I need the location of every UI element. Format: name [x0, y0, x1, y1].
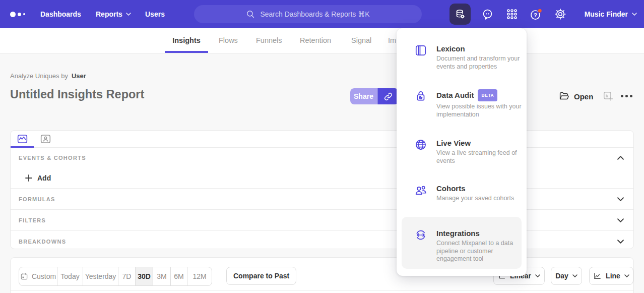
logo-dot [23, 13, 25, 15]
add-to-board-button[interactable] [603, 91, 614, 102]
range-today[interactable]: Today [57, 267, 83, 285]
apps-grid-icon [505, 8, 519, 21]
compare-to-past-button[interactable]: Compare to Past [226, 267, 296, 285]
feedback-icon [481, 8, 494, 21]
folder-open-icon [558, 91, 569, 102]
events-view-tab[interactable] [11, 131, 34, 147]
interval-label: Day [555, 272, 568, 280]
range-custom-label: Custom [32, 272, 56, 280]
chart-type-label: Line [606, 272, 620, 280]
menu-item-live-view[interactable]: Live View View a live streaming feed of … [397, 138, 527, 165]
live-view-title: Live View [436, 138, 523, 148]
tab-funnels[interactable]: Funnels [256, 28, 282, 53]
range-6m-label: 6M [174, 272, 183, 280]
range-custom[interactable]: Custom [19, 267, 57, 285]
nav-users[interactable]: Users [145, 0, 165, 28]
tab-impact[interactable]: Im [388, 28, 396, 53]
apps-menu-button[interactable] [505, 7, 519, 21]
chevron-up-icon[interactable] [617, 156, 624, 160]
tab-signal[interactable]: Signal [351, 28, 371, 53]
chevron-down-icon [572, 274, 577, 277]
add-to-board-icon [603, 91, 614, 102]
section-filters[interactable]: FILTERS [11, 210, 633, 231]
logo-dot [10, 12, 16, 17]
range-3m[interactable]: 3M [153, 267, 171, 285]
profiles-view-tab[interactable] [34, 131, 57, 147]
tab-retention[interactable]: Retention [300, 28, 331, 53]
section-breakdowns[interactable]: BREAKDOWNS [11, 231, 633, 249]
add-label: Add [37, 174, 51, 182]
cohorts-icon [414, 184, 427, 197]
search-input[interactable]: Search Dashboards & Reports ⌘K [194, 5, 422, 23]
data-governance-icon [454, 8, 466, 20]
menu-item-integrations[interactable]: Integrations Connect Mixpanel to a data … [397, 228, 527, 263]
chart-view-icon [17, 133, 28, 145]
notification-dot [538, 9, 542, 13]
lexicon-description: Document and transform your events and p… [436, 55, 523, 71]
range-12m[interactable]: 12M [187, 267, 212, 285]
menu-item-data-audit[interactable]: Data AuditBETA View possible issues with… [397, 89, 527, 119]
add-event-button[interactable]: Add [11, 167, 633, 189]
plus-icon [25, 174, 32, 182]
integrations-icon [414, 228, 427, 242]
tab-insights[interactable]: Insights [165, 28, 208, 53]
section-events-cohorts[interactable]: EVENTS & COHORTS [11, 148, 633, 167]
feedback-button[interactable] [481, 7, 495, 21]
section-formulas[interactable]: FORMULAS [11, 189, 633, 210]
tab-flows[interactable]: Flows [219, 28, 238, 53]
chart-type-dropdown[interactable]: Line [589, 267, 633, 285]
range-yesterday-label: Yesterday [85, 272, 116, 280]
chevron-down-icon[interactable] [617, 197, 624, 201]
data-audit-title-text: Data Audit [436, 91, 474, 99]
cohorts-title: Cohorts [436, 184, 523, 193]
apps-dropdown-panel: Lexicon Document and transform your even… [397, 28, 527, 276]
tab-signal-label: Signal [351, 36, 371, 44]
tab-insights-label: Insights [172, 36, 201, 44]
copy-link-button[interactable] [377, 88, 399, 104]
range-30d[interactable]: 30D [136, 267, 153, 285]
nav-reports[interactable]: Reports [96, 0, 131, 28]
subtitle-value[interactable]: User [72, 72, 86, 80]
range-yesterday[interactable]: Yesterday [83, 267, 118, 285]
mixpanel-logo[interactable] [10, 0, 25, 28]
data-governance-button[interactable] [449, 4, 471, 25]
subtitle-prefix: Analyze Uniques by [10, 72, 68, 80]
integrations-description: Connect Mixpanel to a data pipeline or c… [436, 240, 523, 263]
chevron-down-icon[interactable] [617, 218, 624, 222]
data-audit-title: Data AuditBETA [436, 89, 523, 101]
nav-dashboards[interactable]: Dashboards [40, 0, 81, 28]
chevron-down-icon [632, 13, 637, 16]
lexicon-icon [414, 44, 427, 57]
help-button[interactable]: ? [529, 7, 543, 21]
share-group: Share [350, 88, 399, 104]
navbar-right: ? Music Finder [449, 0, 637, 28]
data-audit-icon [414, 89, 427, 102]
tab-impact-label: Im [388, 36, 396, 44]
dot [630, 95, 632, 97]
project-switcher[interactable]: Music Finder [585, 10, 637, 18]
nav-users-label: Users [145, 10, 165, 18]
range-7d[interactable]: 7D [118, 267, 136, 285]
dot [621, 95, 623, 97]
chevron-down-icon [624, 274, 629, 277]
share-button[interactable]: Share [350, 88, 377, 104]
dot [625, 95, 628, 97]
search-placeholder: Search Dashboards & Reports ⌘K [260, 10, 369, 18]
more-options-button[interactable] [621, 95, 632, 97]
chevron-down-icon [535, 274, 540, 277]
cohorts-description: Manage your saved cohorts [436, 195, 523, 203]
menu-item-cohorts[interactable]: Cohorts Manage your saved cohorts [397, 184, 527, 203]
interval-dropdown[interactable]: Day [551, 267, 582, 285]
open-report-button[interactable]: Open [558, 88, 593, 104]
range-6m[interactable]: 6M [171, 267, 187, 285]
settings-button[interactable] [553, 7, 567, 21]
nav-dashboards-label: Dashboards [40, 10, 81, 18]
beta-badge: BETA [478, 89, 497, 101]
settings-icon [554, 8, 567, 21]
formulas-label: FORMULAS [19, 196, 55, 202]
live-view-description: View a live streaming feed of events [436, 149, 523, 165]
range-today-label: Today [60, 272, 79, 280]
menu-item-lexicon[interactable]: Lexicon Document and transform your even… [397, 44, 527, 71]
report-title[interactable]: Untitled Insights Report [10, 88, 144, 101]
chevron-down-icon[interactable] [617, 240, 624, 244]
